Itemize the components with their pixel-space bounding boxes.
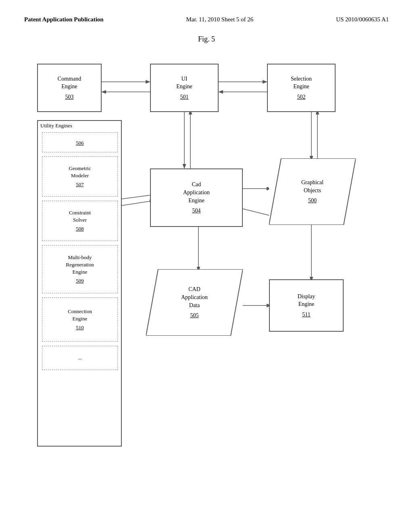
utility-506-num: 506 bbox=[76, 139, 84, 147]
fig-label: Fig. 5 bbox=[24, 35, 389, 44]
ellipsis-label: ... bbox=[78, 354, 82, 362]
utility-engines-label: Utility Engines bbox=[38, 121, 121, 131]
multibody-num: 509 bbox=[76, 277, 84, 285]
sheet-info: Mar. 11, 2010 Sheet 5 of 26 bbox=[186, 16, 253, 23]
graphical-objects: Graphical Objects 500 bbox=[269, 158, 356, 225]
utility-multibody: Multi-body Regeneration Engine 509 bbox=[42, 245, 118, 293]
multibody-label: Multi-body Regeneration Engine bbox=[66, 254, 94, 276]
cad-app-engine-num: 504 bbox=[192, 207, 201, 215]
geometric-modeler-num: 507 bbox=[76, 181, 84, 188]
ui-engine-label: UI Engine bbox=[176, 75, 192, 91]
cad-app-data-num: 505 bbox=[181, 312, 208, 320]
display-engine-box: Display Engine 511 bbox=[269, 279, 344, 332]
utility-engines-outer: Utility Engines 506 Geometric Modeler 50… bbox=[37, 120, 122, 447]
selection-engine-box: Selection Engine 502 bbox=[267, 64, 336, 112]
utility-constraint-solver: Constraint Solver 508 bbox=[42, 201, 118, 241]
publication-label: Patent Application Publication bbox=[24, 16, 104, 23]
ui-engine-box: UI Engine 501 bbox=[150, 64, 219, 112]
constraint-solver-num: 508 bbox=[76, 225, 84, 233]
command-engine-num: 503 bbox=[65, 93, 74, 101]
utility-connection-engine: Connection Engine 510 bbox=[42, 297, 118, 342]
page: Patent Application Publication Mar. 11, … bbox=[0, 0, 413, 532]
geometric-modeler-label: Geometric Modeler bbox=[69, 165, 91, 179]
cad-app-engine-label: Cad Application Engine bbox=[183, 181, 210, 204]
connection-engine-num: 510 bbox=[76, 324, 84, 331]
cad-app-data-label: CAD Application Data bbox=[181, 285, 208, 309]
constraint-solver-label: Constraint Solver bbox=[69, 209, 91, 224]
page-header: Patent Application Publication Mar. 11, … bbox=[24, 16, 389, 23]
ui-engine-num: 501 bbox=[180, 93, 189, 101]
patent-number: US 2010/0060635 A1 bbox=[336, 16, 389, 23]
selection-engine-num: 502 bbox=[297, 93, 306, 101]
utility-506: 506 bbox=[42, 132, 118, 152]
graphical-objects-label: Graphical Objects bbox=[301, 179, 323, 194]
cad-app-data: CAD Application Data 505 bbox=[146, 269, 243, 336]
selection-engine-label: Selection Engine bbox=[291, 75, 312, 91]
command-engine-label: Command Engine bbox=[58, 75, 81, 91]
display-engine-label: Display Engine bbox=[298, 293, 315, 308]
utility-geometric-modeler: Geometric Modeler 507 bbox=[42, 156, 118, 197]
command-engine-box: Command Engine 503 bbox=[37, 64, 102, 112]
graphical-objects-num: 500 bbox=[301, 197, 323, 205]
diagram: Command Engine 503 UI Engine 501 Selecti… bbox=[33, 52, 380, 475]
utility-ellipsis: ... bbox=[42, 346, 118, 370]
connection-engine-label: Connection Engine bbox=[68, 308, 92, 322]
cad-app-engine-box: Cad Application Engine 504 bbox=[150, 168, 243, 227]
display-engine-num: 511 bbox=[302, 311, 310, 319]
